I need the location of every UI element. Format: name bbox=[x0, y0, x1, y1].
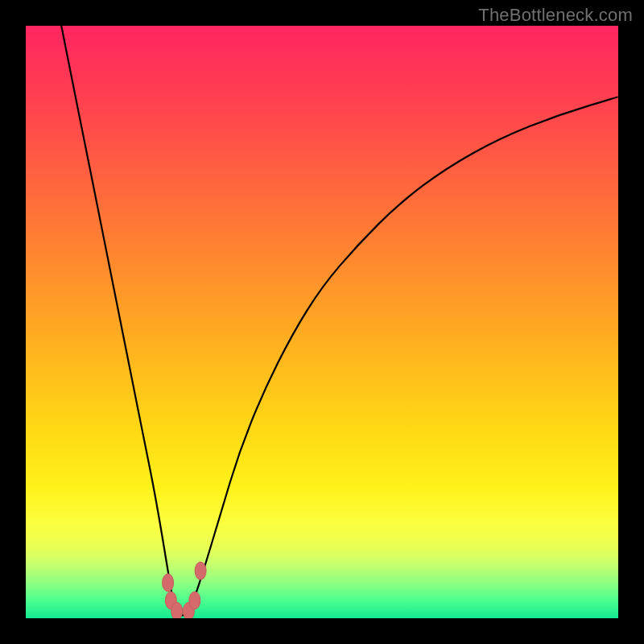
curve-marker bbox=[163, 574, 174, 592]
curve-markers bbox=[163, 562, 207, 618]
curve-marker bbox=[171, 602, 183, 618]
curve-layer bbox=[26, 26, 618, 618]
chart-frame: TheBottleneck.com bbox=[0, 0, 644, 644]
watermark-text: TheBottleneck.com bbox=[478, 5, 633, 26]
bottleneck-curve bbox=[61, 26, 618, 615]
plot-area bbox=[26, 26, 618, 618]
curve-marker bbox=[195, 562, 206, 580]
curve-marker bbox=[189, 592, 200, 609]
